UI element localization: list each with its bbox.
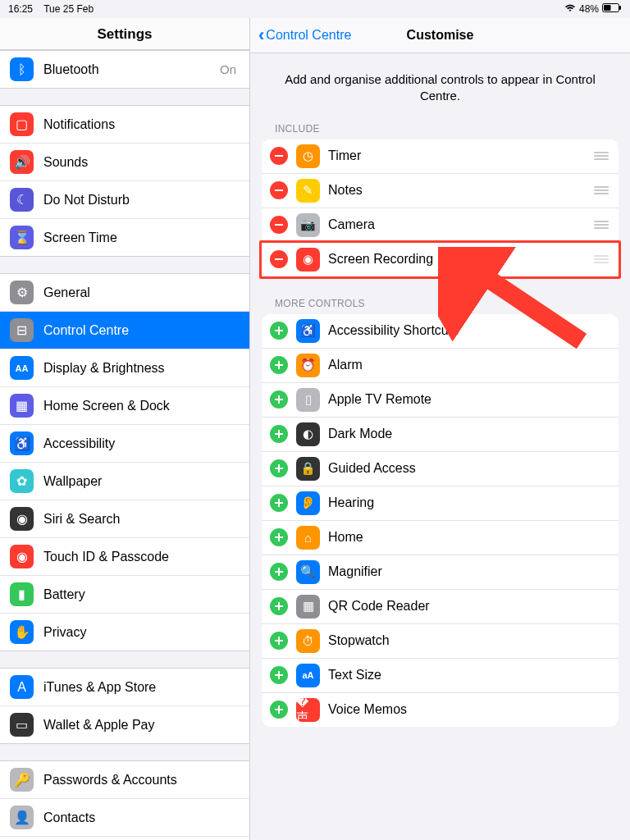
add-button[interactable] [270,597,288,615]
sidebar-item-label: Display & Brightness [43,361,240,376]
drag-handle[interactable] [592,186,610,194]
include-header: INCLUDE [250,120,630,139]
control-label: Timer [328,148,592,163]
sidebar-item-wallet[interactable]: ▭Wallet & Apple Pay [0,706,249,743]
sidebar-item-privacy[interactable]: ✋Privacy [0,614,249,651]
control-label: Hearing [328,495,610,510]
sidebar-item-label: Passwords & Accounts [43,773,240,788]
add-button[interactable] [270,528,288,546]
add-button[interactable] [270,322,288,340]
svg-rect-4 [275,189,283,191]
more-row-textsize: aAText Size [262,659,619,693]
notifications-icon: ▢ [10,112,34,136]
add-button[interactable] [270,632,288,650]
sidebar-item-accessibility[interactable]: ♿Accessibility [0,425,249,463]
add-button[interactable] [270,494,288,512]
qr-icon: ▦ [296,595,320,619]
control-label: Dark Mode [328,427,610,441]
sidebar-item-passwords[interactable]: 🔑Passwords & Accounts [0,761,249,799]
more-row-home2: ⌂Home [262,521,619,555]
add-button[interactable] [270,425,288,443]
sidebar-item-notifications[interactable]: ▢Notifications [0,106,249,144]
sidebar-item-label: Control Centre [43,323,240,338]
include-section: ◷Timer✎Notes📷Camera◉Screen Recording [262,139,619,276]
sidebar-item-battery[interactable]: ▮Battery [0,576,249,614]
sidebar-item-general[interactable]: ⚙General [0,274,249,312]
passwords-icon: 🔑 [10,768,34,792]
sidebar[interactable]: Settings ᛒBluetoothOn▢Notifications🔊Soun… [0,18,250,840]
sidebar-item-contacts[interactable]: 👤Contacts [0,799,249,837]
dnd-icon: ☾ [10,188,34,212]
drag-handle[interactable] [592,221,610,229]
remove-button[interactable] [270,147,288,165]
sidebar-item-wallpaper[interactable]: ✿Wallpaper [0,463,249,500]
bluetooth-icon: ᛒ [10,57,34,81]
sidebar-item-calendar[interactable]: ▦Calendar [0,837,249,840]
control-label: Notes [328,183,592,198]
sidebar-item-label: Contacts [43,810,240,825]
sidebar-item-home[interactable]: ▦Home Screen & Dock [0,387,249,425]
svg-rect-24 [275,605,283,607]
svg-rect-16 [275,468,283,469]
remove-button[interactable] [270,216,288,234]
sidebar-item-display[interactable]: AADisplay & Brightness [0,349,249,387]
svg-rect-20 [275,536,283,538]
sounds-icon: 🔊 [10,150,34,174]
sidebar-item-label: Notifications [43,117,240,132]
status-bar: 16:25 Tue 25 Feb 48% [0,0,630,18]
home2-icon: ⌂ [296,526,320,550]
control-label: Magnifier [328,564,610,579]
sidebar-item-appstore[interactable]: AiTunes & App Store [0,669,249,706]
magnifier-icon: 🔍 [296,560,320,584]
add-button[interactable] [270,666,288,684]
camera-icon: 📷 [296,213,320,237]
sidebar-item-bluetooth[interactable]: ᛒBluetoothOn [0,51,249,88]
wallet-icon: ▭ [10,713,34,737]
back-button[interactable]: ‹ Control Centre [258,25,351,46]
include-row-notes: ✎Notes [262,174,619,208]
control-label: Text Size [328,668,610,682]
add-button[interactable] [270,701,288,719]
sidebar-item-sounds[interactable]: 🔊Sounds [0,144,249,181]
sidebar-item-label: Accessibility [43,436,240,451]
svg-rect-28 [275,674,283,676]
wifi-icon [564,3,576,15]
sidebar-item-label: General [43,285,240,300]
sidebar-item-label: Home Screen & Dock [43,399,240,413]
sidebar-item-controlcentre[interactable]: ⊟Control Centre [0,312,249,349]
sidebar-item-siri[interactable]: ◉Siri & Search [0,500,249,538]
remove-button[interactable] [270,181,288,199]
sidebar-item-label: Touch ID & Passcode [43,550,240,564]
sidebar-item-screentime[interactable]: ⌛Screen Time [0,219,249,256]
svg-rect-10 [275,364,283,366]
atv-icon: ▯ [296,388,320,412]
display-icon: AA [10,356,34,380]
more-row-guided: 🔒Guided Access [262,452,619,486]
back-label: Control Centre [266,28,351,43]
svg-rect-18 [275,502,283,504]
drag-handle[interactable] [592,255,610,263]
sidebar-item-label: Wallpaper [43,474,240,489]
screenrec-icon: ◉ [296,248,320,272]
detail-description: Add and organise additional controls to … [250,53,630,120]
control-label: Alarm [328,358,610,372]
control-label: Apple TV Remote [328,392,610,407]
sidebar-item-label: iTunes & App Store [43,680,240,695]
sidebar-item-label: Privacy [43,625,240,640]
access-short-icon: ♿ [296,319,320,343]
sidebar-item-touchid[interactable]: ◉Touch ID & Passcode [0,538,249,576]
wallpaper-icon: ✿ [10,469,34,493]
remove-button[interactable] [270,250,288,268]
accessibility-icon: ♿ [10,431,34,455]
add-button[interactable] [270,390,288,409]
sidebar-item-label: Siri & Search [43,512,240,527]
control-label: Home [328,530,610,545]
drag-handle[interactable] [592,152,610,160]
add-button[interactable] [270,563,288,581]
status-time: 16:25 [8,3,33,15]
add-button[interactable] [270,356,288,374]
sidebar-item-dnd[interactable]: ☾Do Not Disturb [0,181,249,219]
privacy-icon: ✋ [10,620,34,644]
add-button[interactable] [270,459,288,477]
more-controls-section: ♿Accessibility Shortcuts⏰Alarm▯Apple TV … [262,314,619,727]
